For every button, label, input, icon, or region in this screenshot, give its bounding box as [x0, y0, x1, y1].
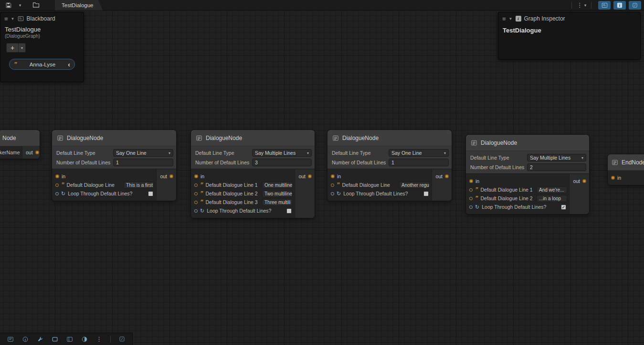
prop-label: Default Line Type — [330, 150, 389, 156]
save-button[interactable] — [3, 1, 14, 10]
loop-checkbox[interactable] — [148, 191, 153, 196]
theme-button[interactable] — [78, 334, 90, 344]
top-toolbar: ▾ TestDialogue ⋮ ▾ — [0, 0, 644, 11]
line-text-field[interactable]: And we're... — [537, 186, 567, 194]
line-type-dropdown[interactable]: Say Multiple Lines ▾ — [527, 154, 586, 162]
out-port[interactable] — [308, 174, 312, 178]
loop-port[interactable] — [55, 192, 59, 195]
minimap-toggle-button[interactable] — [629, 1, 641, 10]
tab-testdialogue[interactable]: TestDialogue — [55, 0, 103, 11]
line-text-field[interactable]: One multiline — [262, 182, 293, 189]
line-text-field[interactable]: Three multili — [262, 199, 293, 206]
add-property-dropdown[interactable]: ▾ — [19, 43, 26, 53]
dialogue-node-1[interactable]: DialogueNode Default Line Type Say One L… — [52, 129, 177, 201]
speaker-node-partial[interactable]: Node kerName out — [0, 129, 40, 159]
out-port[interactable] — [169, 174, 173, 178]
line-port[interactable] — [194, 192, 198, 195]
dialogue-node-2[interactable]: DialogueNode Default Line Type Say Multi… — [190, 129, 315, 218]
options-menu-button[interactable]: ⋮ ▾ — [576, 1, 587, 10]
in-port[interactable] — [469, 179, 473, 183]
in-port[interactable] — [331, 174, 335, 178]
line-type-dropdown[interactable]: Say Multiple Lines ▾ — [252, 149, 312, 157]
loop-port[interactable] — [469, 205, 473, 209]
out-port[interactable] — [582, 179, 586, 183]
end-node[interactable]: EndNode in — [607, 154, 644, 185]
blackboard-toggle-button[interactable] — [598, 1, 611, 10]
node-header[interactable]: DialogueNode — [52, 130, 176, 146]
console-panel-button[interactable] — [4, 334, 16, 344]
inspector-icon: i — [516, 16, 521, 22]
line-type-dropdown[interactable]: Say One Line ▾ — [113, 149, 173, 157]
num-lines-field[interactable]: 2 — [527, 163, 586, 171]
menu-icon[interactable]: ≡ — [4, 16, 8, 22]
line-port[interactable] — [194, 183, 198, 187]
save-dropdown-button[interactable]: ▾ — [15, 1, 25, 10]
node-header[interactable]: DialogueNode — [466, 135, 589, 151]
frame-button[interactable] — [49, 334, 61, 344]
node-title: DialogueNode — [67, 135, 103, 141]
collapse-icon[interactable]: ▼ — [509, 17, 513, 21]
in-port-row: in — [466, 177, 569, 185]
tools-button[interactable] — [34, 334, 46, 344]
blackboard-header[interactable]: ≡ ▼ Blackboard — [0, 12, 84, 24]
loop-label: Loop Through Default Lines? — [343, 191, 421, 196]
out-port[interactable] — [35, 151, 39, 154]
loop-port[interactable] — [194, 209, 198, 213]
line-text-field[interactable]: Another regu — [399, 182, 430, 189]
node-header[interactable]: DialogueNode — [327, 130, 452, 146]
graph-inspector-panel[interactable]: ≡ ▼ i Graph Inspector TestDialogue — [498, 12, 641, 60]
minimap-icon — [119, 336, 125, 342]
in-port-label: in — [201, 173, 204, 179]
open-asset-button[interactable] — [31, 1, 41, 10]
menu-icon[interactable]: ≡ — [502, 16, 506, 22]
line-port[interactable] — [469, 188, 473, 192]
line-port[interactable] — [469, 197, 473, 200]
info-panel-button[interactable] — [19, 334, 31, 344]
panel-title: Blackboard — [27, 15, 55, 22]
collapse-icon[interactable]: ▼ — [11, 17, 15, 21]
line-port[interactable] — [55, 183, 59, 187]
node-header[interactable]: DialogueNode — [191, 130, 315, 146]
more-options-button[interactable]: ⋮ — [93, 334, 105, 344]
num-lines-field[interactable]: 1 — [113, 159, 173, 166]
speaker-name-label: kerName — [0, 150, 20, 155]
num-lines-field[interactable]: 1 — [389, 159, 449, 166]
minimap-button[interactable] — [116, 334, 128, 344]
dropdown-value: Say One Line — [391, 150, 444, 156]
line-text-field[interactable]: Two multiline — [262, 190, 293, 197]
inspector-header[interactable]: ≡ ▼ i Graph Inspector — [498, 12, 640, 24]
line-type-dropdown[interactable]: Say One Line ▾ — [389, 149, 449, 157]
in-port[interactable] — [611, 176, 615, 180]
blackboard-panel[interactable]: ≡ ▼ Blackboard TestDialogue (DialogueGra… — [0, 12, 84, 82]
dropdown-value: Say Multiple Lines — [255, 150, 307, 156]
line-text-field[interactable]: This is a first — [124, 182, 154, 189]
line-port[interactable] — [194, 201, 198, 204]
in-port[interactable] — [55, 174, 59, 178]
dialogue-node-4[interactable]: DialogueNode Default Line Type Say Multi… — [465, 134, 590, 215]
loop-checkbox[interactable] — [286, 208, 292, 214]
loop-port[interactable] — [331, 192, 334, 195]
prop-label: Number of Default Lines — [469, 164, 527, 170]
line-text-field[interactable]: ...in a loop — [537, 195, 567, 202]
loop-row: ↻ Loop Through Default Lines? — [327, 189, 432, 198]
loop-checkbox[interactable] — [423, 191, 429, 196]
chevron-left-icon[interactable]: ‹ — [68, 61, 70, 68]
inspector-toggle-button[interactable] — [613, 1, 626, 10]
inputs: in ” Default Dialogue Line Another regu … — [327, 169, 432, 201]
out-port-row: out — [571, 177, 589, 185]
panel-title: Graph Inspector — [524, 15, 565, 22]
out-port[interactable] — [445, 174, 449, 178]
line-label: Default Dialogue Line — [342, 182, 397, 188]
in-port[interactable] — [194, 174, 198, 178]
num-lines-field[interactable]: 3 — [252, 159, 312, 166]
dialogue-node-3[interactable]: DialogueNode Default Line Type Say One L… — [327, 129, 452, 201]
prop-label: Number of Default Lines — [194, 160, 252, 165]
panels-button[interactable] — [63, 334, 75, 344]
loop-checkbox[interactable]: ✓ — [561, 205, 566, 210]
inspector-graph-name: TestDialogue — [498, 24, 640, 34]
add-property-button[interactable]: + — [6, 43, 19, 53]
node-header[interactable]: Node — [0, 130, 40, 146]
node-header[interactable]: EndNode — [608, 154, 644, 171]
blackboard-field-anna-lyse[interactable]: ” Anna-Lyse ‹ — [9, 59, 75, 70]
line-port[interactable] — [331, 183, 334, 187]
